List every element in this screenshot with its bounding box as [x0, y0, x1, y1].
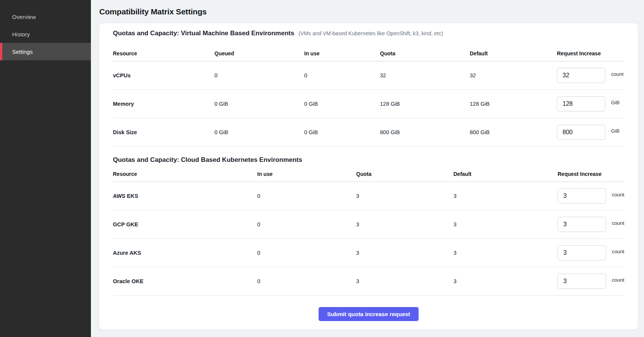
cloud-section-title: Quotas and Capacity: Cloud Based Kuberne…	[113, 156, 302, 163]
column-header: In use	[257, 171, 356, 177]
quota-value: 3	[356, 250, 453, 256]
request-increase-cell: count	[558, 274, 624, 289]
vm-section-title: Quotas and Capacity: Virtual Machine Bas…	[113, 30, 294, 37]
table-row: Memory0 GiB0 GiB128 GiB128 GiBGiB	[113, 90, 624, 118]
column-header: Resource	[113, 50, 214, 56]
resource-name: Disk Size	[113, 129, 214, 135]
request-increase-cell: count	[558, 245, 624, 260]
request-increase-input[interactable]	[558, 188, 606, 204]
cloud-table-header: ResourceIn useQuotaDefaultRequest Increa…	[113, 171, 624, 182]
queued-value: 0 GiB	[214, 129, 304, 135]
unit-label: count	[612, 192, 624, 197]
request-increase-input[interactable]	[557, 68, 605, 83]
sidebar-item-label: Overview	[12, 14, 36, 20]
vm-section-subtitle: (VMs and VM-based Kubernetes like OpenSh…	[299, 30, 443, 36]
request-increase-input[interactable]	[558, 245, 606, 260]
default-value: 3	[453, 221, 558, 227]
request-increase-cell: count	[558, 217, 624, 232]
sidebar-nav: OverviewHistorySettings	[0, 8, 91, 60]
default-value: 128 GiB	[470, 101, 557, 107]
quota-value: 3	[356, 193, 453, 199]
vm-section-header: Quotas and Capacity: Virtual Machine Bas…	[113, 29, 624, 38]
column-header: Queued	[214, 50, 304, 56]
in-use-value: 0	[257, 221, 356, 227]
request-increase-cell: count	[558, 188, 624, 204]
sidebar-item-overview[interactable]: Overview	[0, 8, 91, 25]
page-title: Compatibility Matrix Settings	[99, 7, 638, 16]
sidebar: OverviewHistorySettings	[0, 0, 91, 337]
column-header: Quota	[380, 50, 470, 56]
request-increase-input[interactable]	[557, 125, 605, 140]
request-increase-input[interactable]	[558, 217, 606, 232]
quota-value: 3	[356, 221, 453, 227]
in-use-value: 0 GiB	[304, 101, 380, 107]
resource-name: Oracle OKE	[113, 278, 257, 284]
main-content: Compatibility Matrix Settings Quotas and…	[91, 0, 644, 337]
settings-card: Quotas and Capacity: Virtual Machine Bas…	[99, 23, 638, 330]
submit-row: Submit quota increase request	[113, 307, 624, 321]
request-increase-cell: GiB	[557, 125, 624, 140]
resource-name: Memory	[113, 101, 214, 107]
table-row: Azure AKS033count	[113, 239, 624, 267]
column-header: Default	[453, 171, 558, 177]
resource-name: Azure AKS	[113, 250, 257, 256]
unit-label: GiB	[611, 128, 620, 134]
default-value: 800 GiB	[470, 129, 557, 135]
table-row: AWS EKS033count	[113, 182, 624, 210]
request-increase-cell: count	[557, 68, 624, 83]
table-row: GCP GKE033count	[113, 210, 624, 239]
sidebar-item-label: History	[12, 31, 30, 38]
default-value: 32	[470, 72, 557, 78]
column-header: In use	[304, 50, 380, 56]
cloud-section-header: Quotas and Capacity: Cloud Based Kuberne…	[113, 156, 624, 164]
vm-table-body: vCPUs003232countMemory0 GiB0 GiB128 GiB1…	[113, 61, 624, 147]
cloud-table-body: AWS EKS033countGCP GKE033countAzure AKS0…	[113, 182, 624, 296]
app-root: OverviewHistorySettings Compatibility Ma…	[0, 0, 644, 337]
column-header: Quota	[356, 171, 453, 177]
resource-name: AWS EKS	[113, 193, 257, 199]
vm-quota-table: ResourceQueuedIn useQuotaDefaultRequest …	[113, 50, 624, 147]
in-use-value: 0	[257, 278, 356, 284]
queued-value: 0	[214, 72, 304, 78]
in-use-value: 0	[304, 72, 380, 78]
quota-value: 800 GiB	[380, 129, 470, 135]
request-increase-cell: GiB	[557, 96, 624, 111]
in-use-value: 0 GiB	[304, 129, 380, 135]
table-row: vCPUs003232count	[113, 61, 624, 90]
in-use-value: 0	[257, 250, 356, 256]
resource-name: GCP GKE	[113, 221, 257, 227]
cloud-quota-table: ResourceIn useQuotaDefaultRequest Increa…	[113, 171, 624, 296]
quota-value: 128 GiB	[380, 101, 470, 107]
quota-value: 32	[380, 72, 470, 78]
unit-label: count	[612, 220, 624, 226]
unit-label: count	[612, 277, 624, 283]
column-header: Default	[470, 50, 557, 56]
column-header: Request Increase	[558, 171, 624, 177]
column-header: Resource	[113, 171, 257, 177]
request-increase-input[interactable]	[557, 96, 605, 111]
unit-label: count	[611, 71, 624, 77]
unit-label: GiB	[611, 100, 620, 105]
column-header: Request Increase	[557, 50, 624, 56]
vm-table-header: ResourceQueuedIn useQuotaDefaultRequest …	[113, 50, 624, 61]
in-use-value: 0	[257, 193, 356, 199]
default-value: 3	[453, 250, 558, 256]
sidebar-item-settings[interactable]: Settings	[0, 43, 91, 60]
table-row: Disk Size0 GiB0 GiB800 GiB800 GiBGiB	[113, 118, 624, 147]
default-value: 3	[453, 193, 558, 199]
unit-label: count	[612, 249, 624, 254]
sidebar-item-label: Settings	[12, 49, 33, 55]
sidebar-item-history[interactable]: History	[0, 25, 91, 43]
resource-name: vCPUs	[113, 72, 214, 78]
default-value: 3	[453, 278, 558, 284]
submit-quota-button[interactable]: Submit quota increase request	[319, 307, 418, 321]
table-row: Oracle OKE033count	[113, 267, 624, 296]
request-increase-input[interactable]	[558, 274, 606, 289]
quota-value: 3	[356, 278, 453, 284]
queued-value: 0 GiB	[214, 101, 304, 107]
